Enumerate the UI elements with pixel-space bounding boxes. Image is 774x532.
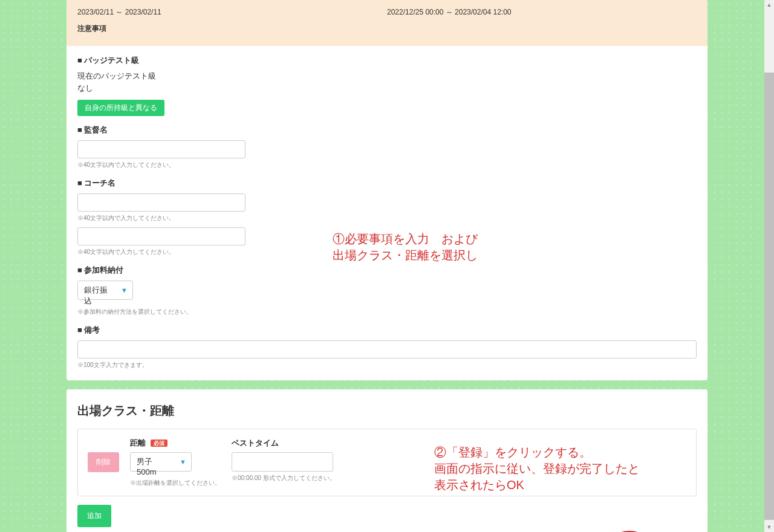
payment-section-label: ■ 参加料納付: [77, 265, 697, 276]
coach-help-1: ※40文字以内で入力してください。: [77, 214, 697, 222]
remarks-section-label: ■ 備考: [77, 325, 697, 336]
distance-help: ※出場距離を選択してください。: [130, 479, 221, 487]
best-time-input[interactable]: [232, 452, 333, 472]
scroll-thumb[interactable]: [764, 73, 774, 520]
badge-section-label: ■ バッジテスト級: [77, 55, 697, 66]
badge-differ-button[interactable]: 自身の所持級と異なる: [77, 100, 164, 116]
event-info-box: 2023/02/11 ～ 2023/02/11 2022/12/25 00:00…: [67, 0, 707, 46]
class-entry-box: 削除 距離 必須 男子500m ▼ ※出場距離を選択してください。 ベストタイム: [77, 429, 697, 496]
remarks-help: ※100文字入力できます。: [77, 361, 697, 369]
supervisor-input[interactable]: [77, 140, 246, 158]
payment-select[interactable]: 銀行振込 ▼: [77, 281, 133, 300]
supervisor-section-label: ■ 監督名: [77, 125, 697, 135]
supervisor-help: ※40文字以内で入力してください。: [77, 161, 697, 169]
scrollbar[interactable]: ▲ ▼: [764, 0, 774, 532]
distance-field-label: 距離 必須: [130, 438, 221, 449]
best-time-help: ※00:00.00 形式で入力してください。: [232, 474, 336, 482]
add-button[interactable]: 追加: [77, 505, 111, 527]
distance-select[interactable]: 男子500m ▼: [130, 452, 192, 472]
scroll-up-icon[interactable]: ▲: [764, 0, 774, 10]
distance-select-value: 男子500m: [131, 453, 191, 480]
required-badge: 必須: [151, 440, 167, 447]
chevron-down-icon: ▼: [180, 458, 186, 465]
delete-button[interactable]: 削除: [88, 452, 119, 472]
notes-label: 注意事項: [77, 24, 697, 34]
scroll-down-icon[interactable]: ▼: [764, 522, 774, 532]
class-distance-title: 出場クラス・距離: [77, 403, 697, 419]
chevron-down-icon: ▼: [121, 287, 128, 294]
event-date-range: 2023/02/11 ～ 2023/02/11: [77, 7, 387, 18]
best-time-label: ベストタイム: [232, 438, 336, 449]
coach-help-2: ※40文字以内で入力してください。: [77, 248, 697, 256]
current-badge-label: 現在のバッジテスト級: [77, 71, 697, 82]
current-badge-value: なし: [77, 83, 697, 94]
registration-date-range: 2022/12/25 00:00 ～ 2023/02/04 12:00: [387, 7, 697, 18]
remarks-input[interactable]: [77, 340, 697, 358]
coach-input-2[interactable]: [77, 227, 246, 245]
payment-help: ※参加料の納付方法を選択してください。: [77, 308, 697, 316]
coach-section-label: ■ コーチ名: [77, 178, 697, 189]
payment-select-value: 銀行振込: [78, 281, 132, 310]
coach-input-1[interactable]: [77, 193, 246, 212]
